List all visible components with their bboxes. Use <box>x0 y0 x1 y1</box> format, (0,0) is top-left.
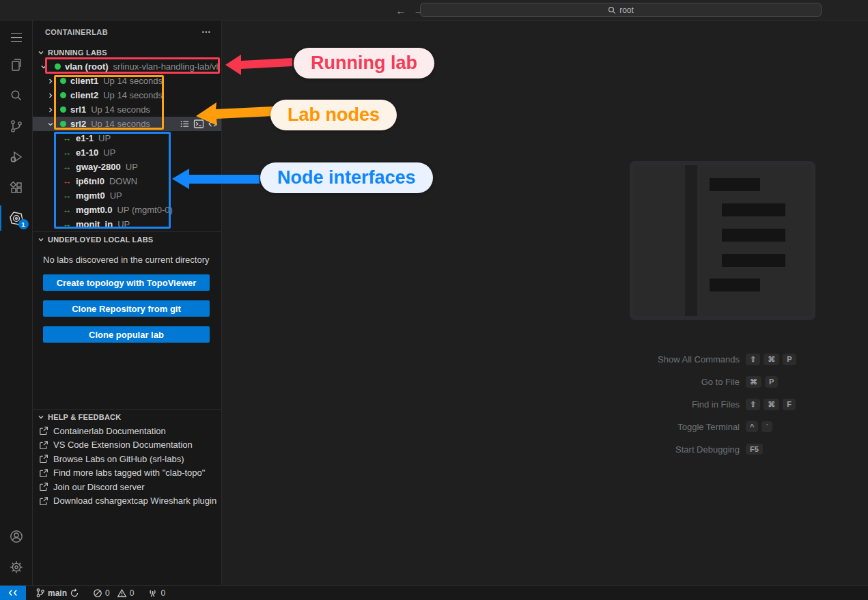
external-link-icon <box>39 496 48 506</box>
branch-name: main <box>48 588 67 598</box>
tree-row-interface-e1-10[interactable]: ↔ e1-10 UP <box>33 145 221 160</box>
terminal-icon[interactable] <box>193 119 204 129</box>
tree-row-node-client1[interactable]: client1 Up 14 seconds <box>33 74 221 88</box>
link-join-discord[interactable]: Join our Discord server <box>33 480 221 494</box>
tree-row-interface-e1-1[interactable]: ↔ e1-1 UP <box>33 131 221 145</box>
tree-row-lab-vlan[interactable]: vlan (root) srlinux-vlan-handling-lab/vl… <box>33 59 221 74</box>
containerlab-badge: 1 <box>18 219 29 229</box>
warnings-count: 0 <box>130 588 135 598</box>
interface-up-icon: ↔ <box>61 190 72 201</box>
key-p: P <box>783 354 796 365</box>
sidebar-item-containerlab[interactable]: 1 <box>0 203 33 233</box>
section-running-labs[interactable]: RUNNING LABS <box>33 46 221 59</box>
list-actions-icon[interactable] <box>180 119 190 129</box>
key-backtick: ` <box>761 421 772 432</box>
sidebar-item-run-debug[interactable] <box>0 141 33 172</box>
errors-icon <box>93 588 102 598</box>
key-cmd: ⌘ <box>746 376 761 388</box>
sidebar-item-extensions[interactable] <box>0 172 33 203</box>
tree-row-node-client2[interactable]: client2 Up 14 seconds <box>33 88 221 102</box>
key-f: F <box>783 399 796 410</box>
source-control-icon <box>8 118 25 134</box>
sidebar-item-explorer[interactable] <box>0 49 33 80</box>
section-help-feedback[interactable]: HELP & FEEDBACK <box>33 409 221 424</box>
debug-icon <box>8 149 25 165</box>
chevron-down-icon <box>36 234 46 245</box>
tree-row-interface-mgmt0[interactable]: ↔ mgmt0 UP <box>33 188 221 203</box>
shortcut-toggle-terminal: Toggle Terminal ^` <box>603 419 868 434</box>
tree-row-node-srl1[interactable]: srl1 Up 14 seconds <box>33 102 221 117</box>
key-shift: ⇧ <box>746 354 760 365</box>
remote-indicator[interactable] <box>0 586 26 600</box>
ssh-split-icon[interactable] <box>208 119 218 129</box>
link-containerlab-docs[interactable]: Containerlab Documentation <box>33 424 221 438</box>
panel-title: CONTAINERLAB <box>45 28 108 36</box>
key-cmd: ⌘ <box>764 399 779 410</box>
broadcast-tower-icon <box>148 588 158 598</box>
tree-row-node-srl2[interactable]: srl2 Up 14 seconds <box>33 117 221 131</box>
status-dot-running <box>60 106 66 113</box>
files-icon <box>8 57 25 73</box>
clone-popular-lab-button[interactable]: Clone popular lab <box>43 326 210 343</box>
link-browse-labs-github[interactable]: Browse Labs on GitHub (srl-labs) <box>33 452 221 466</box>
shortcut-start-debugging: Start Debugging F5 <box>603 442 868 457</box>
key-p: P <box>765 376 778 388</box>
account-icon <box>8 528 25 545</box>
editor-watermark <box>630 161 815 320</box>
sidebar-item-search[interactable] <box>0 80 33 111</box>
command-center-value: root <box>619 5 634 15</box>
problems-indicator[interactable]: 0 0 <box>93 588 134 598</box>
external-link-icon <box>39 426 48 435</box>
extensions-icon <box>8 180 25 196</box>
broadcast-indicator[interactable]: 0 <box>148 588 165 598</box>
lab-name: vlan (root) <box>65 61 109 72</box>
shortcut-find-in-files: Find in Files ⇧⌘F <box>603 397 868 412</box>
broadcast-count: 0 <box>160 588 165 598</box>
status-dot-running <box>60 92 66 98</box>
external-link-icon <box>39 482 48 491</box>
link-download-wireshark-plugin[interactable]: Download cshargextcap Wireshark plugin <box>33 494 221 509</box>
chevron-right-icon[interactable] <box>45 76 56 87</box>
key-cmd: ⌘ <box>764 354 779 365</box>
tree-row-interface-monit-in[interactable]: ↔ monit_in UP <box>33 217 221 231</box>
keyboard-shortcuts-list: Show All Commands ⇧⌘P Go to File ⌘P Find… <box>603 344 868 457</box>
key-shift: ⇧ <box>746 399 760 410</box>
lab-description: srlinux-vlan-handling-lab/vl... <box>113 61 222 72</box>
chevron-right-icon[interactable] <box>45 104 56 115</box>
shortcut-show-all-commands: Show All Commands ⇧⌘P <box>603 352 868 367</box>
hamburger-icon <box>11 33 22 42</box>
chevron-right-icon[interactable] <box>45 90 56 101</box>
link-find-labs-clab-topo[interactable]: Find more labs tagged with "clab-topo" <box>33 466 221 481</box>
status-dot-running <box>60 78 66 84</box>
settings-button[interactable] <box>0 552 33 582</box>
shortcut-go-to-file: Go to File ⌘P <box>603 374 868 389</box>
interface-up-icon: ↔ <box>61 147 72 158</box>
activity-bar: 1 <box>0 20 33 585</box>
chevron-down-icon <box>36 47 46 58</box>
create-topology-button[interactable]: Create topology with TopoViewer <box>43 274 210 291</box>
sidebar-item-source-control[interactable] <box>0 111 33 141</box>
containerlab-panel: CONTAINERLAB ⋯ RUNNING LABS vlan (root) … <box>33 20 222 585</box>
search-icon <box>608 6 616 14</box>
nav-back-icon[interactable]: ← <box>395 5 407 16</box>
tree-row-interface-gway-2800[interactable]: ↔ gway-2800 UP <box>33 160 221 174</box>
interface-up-icon: ↔ <box>61 219 72 229</box>
external-link-icon <box>39 454 48 463</box>
git-branch-icon <box>36 588 45 598</box>
no-labs-message: No labs discovered in the current direct… <box>43 255 221 265</box>
section-undeployed-local-labs[interactable]: UNDEPLOYED LOCAL LABS <box>33 231 221 246</box>
clone-repository-button[interactable]: Clone Repository from git <box>43 300 210 317</box>
tree-row-interface-mgmt0-0[interactable]: ↔ mgmt0.0 UP (mgmt0-0) <box>33 203 221 217</box>
interface-up-icon: ↔ <box>61 205 72 215</box>
chevron-down-icon[interactable] <box>38 61 49 72</box>
chevron-down-icon[interactable] <box>45 119 56 130</box>
branch-indicator[interactable]: main <box>36 588 79 598</box>
tree-row-interface-ip6tnl0[interactable]: ↔ ip6tnl0 DOWN <box>33 174 221 188</box>
more-actions-icon[interactable]: ⋯ <box>201 28 212 35</box>
link-vscode-extension-docs[interactable]: VS Code Extension Documentation <box>33 438 221 453</box>
status-bar: main 0 0 0 <box>0 585 868 600</box>
menu-icon[interactable] <box>0 26 33 49</box>
account-button[interactable] <box>0 521 33 552</box>
interface-down-icon: ↔ <box>61 176 72 186</box>
command-center-search[interactable]: root <box>420 3 822 17</box>
